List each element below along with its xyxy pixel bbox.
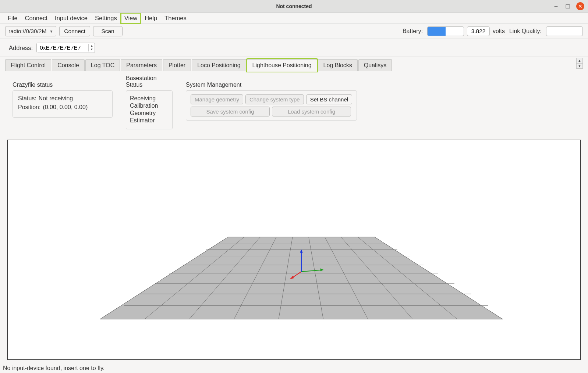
tab-plotter[interactable]: Plotter [163,59,191,71]
basestation-status-title: Basestation Status [126,75,173,88]
connect-button[interactable]: Connect [59,26,90,36]
tab-lighthouse-positioning[interactable]: Lighthouse Positioning [247,59,317,71]
spinner-up-icon[interactable]: ▲ [89,44,95,48]
statusbar-text: No input-device found, insert one to fly… [3,365,105,371]
tab-scroll: ▲ ▼ [576,58,583,69]
menu-help[interactable]: Help [141,13,160,23]
address-label: Address: [9,44,33,51]
basestation-status-group: Basestation Status Receiving Calibration… [121,75,178,135]
3d-viewport[interactable] [7,140,581,360]
titlebar: Not connected − □ ✕ [0,0,588,13]
save-system-config-button[interactable]: Save system config [191,107,270,116]
tab-console[interactable]: Console [52,59,85,71]
tab-content: Crazyflie status Status: Not receiving P… [0,71,588,363]
3d-grid-svg [8,140,580,359]
battery-value: 3.822 [467,26,490,36]
system-management-group: System Management Manage geometry Change… [181,82,362,126]
tab-parameters[interactable]: Parameters [121,59,162,71]
tab-scroll-down-icon[interactable]: ▼ [576,63,583,69]
chevron-down-icon: ▼ [49,29,53,33]
menu-settings[interactable]: Settings [92,13,120,23]
crazyflie-status-title: Crazyflie status [13,82,113,88]
app-window: Not connected − □ ✕ File Connect Input d… [0,0,588,373]
address-spinner[interactable]: ▲ ▼ [36,43,95,53]
minimize-icon[interactable]: − [553,3,559,10]
load-system-config-button[interactable]: Load system config [272,107,351,116]
menu-connect[interactable]: Connect [22,13,51,23]
top-panels: Crazyflie status Status: Not receiving P… [7,75,581,135]
status-label: Status: [18,95,36,102]
tab-scroll-up-icon[interactable]: ▲ [576,58,583,63]
menu-view[interactable]: View [121,13,141,23]
tab-qualisys[interactable]: Qualisys [358,59,392,71]
battery-label: Battery: [403,28,423,35]
bs-estimator: Estimator [130,117,169,124]
bs-receiving: Receiving [130,95,169,102]
position-label: Position: [18,104,40,111]
manage-geometry-button[interactable]: Manage geometry [191,94,243,104]
maximize-icon[interactable]: □ [564,3,571,10]
crazyflie-status-group: Crazyflie status Status: Not receiving P… [7,82,118,123]
menu-input-device[interactable]: Input device [52,13,91,23]
battery-bar [427,26,464,36]
toolbar: radio://0/30/2M ▼ Connect Scan Battery: … [0,24,588,39]
change-system-type-button[interactable]: Change system type [245,94,304,104]
spinner-buttons: ▲ ▼ [88,44,95,51]
menu-file[interactable]: File [4,13,21,23]
set-bs-channel-button[interactable]: Set BS channel [306,94,352,104]
menubar: File Connect Input device Settings View … [0,13,588,24]
uri-value: radio://0/30/2M [8,28,46,35]
tab-log-toc[interactable]: Log TOC [85,59,120,71]
window-controls: − □ ✕ [553,2,584,10]
tab-flight-control[interactable]: Flight Control [5,59,51,71]
tab-loco-positioning[interactable]: Loco Positioning [192,59,246,71]
system-management-title: System Management [186,82,357,88]
position-value: (0.00, 0.00, 0.00) [43,104,88,111]
status-value: Not receiving [39,95,73,102]
bs-calibration: Calibration [130,103,169,109]
tab-log-blocks[interactable]: Log Blocks [318,59,358,71]
window-title: Not connected [276,3,312,9]
spinner-down-icon[interactable]: ▼ [89,48,95,51]
address-input[interactable] [37,43,88,53]
uri-combo[interactable]: radio://0/30/2M ▼ [5,26,56,36]
menu-themes[interactable]: Themes [161,13,190,23]
close-icon[interactable]: ✕ [576,2,584,10]
bs-geometry: Geometry [130,110,169,116]
link-quality-label: Link Quality: [509,28,542,35]
battery-fill [428,27,446,36]
tabbar: Flight Control Console Log TOC Parameter… [0,57,588,71]
address-row: Address: ▲ ▼ [0,39,588,57]
volts-label: volts [493,28,505,35]
link-quality-bar [546,26,583,36]
scan-button[interactable]: Scan [93,26,123,36]
statusbar: No input-device found, insert one to fly… [0,363,588,373]
